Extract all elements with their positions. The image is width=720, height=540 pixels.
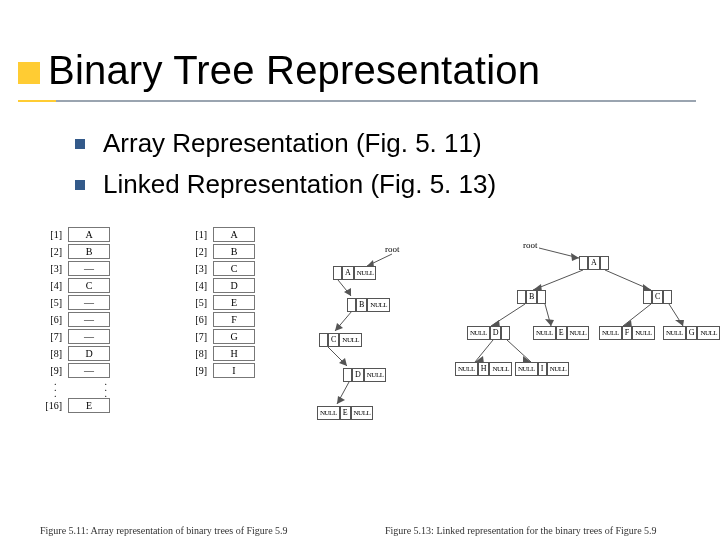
array-index: [1]	[185, 229, 213, 240]
array-cell: H	[213, 346, 255, 361]
node-right-null: NULL	[697, 326, 720, 340]
array-index: [3]	[40, 263, 68, 274]
title-accent	[18, 62, 40, 84]
linked-node: A NULL	[333, 266, 376, 280]
array-index: [4]	[185, 280, 213, 291]
linked-node: NULL E NULL	[533, 326, 589, 340]
node-right-null: NULL	[351, 406, 374, 420]
node-left-null: NULL	[663, 326, 686, 340]
slide-title: Binary Tree Representation	[48, 48, 540, 93]
array-index: [9]	[185, 365, 213, 376]
array-cell: D	[213, 278, 255, 293]
array-row: [5]E	[185, 294, 255, 311]
array-cell: D	[68, 346, 110, 361]
array-cell: F	[213, 312, 255, 327]
array-index: [6]	[40, 314, 68, 325]
linked-node: D NULL	[343, 368, 386, 382]
array-cell: —	[68, 295, 110, 310]
array-index: [5]	[40, 297, 68, 308]
node-value: A	[342, 266, 354, 280]
node-value: B	[356, 298, 367, 312]
array-index: [9]	[40, 365, 68, 376]
array-index: [3]	[185, 263, 213, 274]
linked-node: NULL D	[467, 326, 510, 340]
node-value: A	[588, 256, 600, 270]
array-table-right: [1]A[2]B[3]C[4]D[5]E[6]F[7]G[8]H[9]I	[185, 226, 255, 379]
svg-line-26	[507, 340, 531, 362]
node-value: F	[622, 326, 632, 340]
array-index: [1]	[40, 229, 68, 240]
node-left-ptr	[343, 368, 352, 382]
array-cell: B	[213, 244, 255, 259]
svg-marker-5	[335, 323, 343, 331]
array-cell: I	[213, 363, 255, 378]
node-value: E	[556, 326, 567, 340]
node-value: E	[340, 406, 351, 420]
node-right-null: NULL	[364, 368, 387, 382]
array-cell: —	[68, 261, 110, 276]
array-row: [2]B	[40, 243, 110, 260]
node-left-null: NULL	[599, 326, 622, 340]
svg-line-24	[475, 340, 493, 362]
array-cell: A	[213, 227, 255, 242]
svg-marker-11	[571, 253, 579, 261]
svg-marker-19	[545, 319, 554, 326]
array-cell: —	[68, 329, 110, 344]
array-ellipsis: ...	[40, 379, 57, 397]
array-row: [3]—	[40, 260, 110, 277]
node-value: G	[686, 326, 698, 340]
array-index: [8]	[185, 348, 213, 359]
array-row: [16]E	[40, 397, 110, 414]
bullet-text: Array Representation (Fig. 5. 11)	[103, 128, 482, 159]
node-left-null: NULL	[467, 326, 490, 340]
node-left-ptr	[319, 333, 328, 347]
array-row: [6]—	[40, 311, 110, 328]
array-index: [5]	[185, 297, 213, 308]
node-value: H	[478, 362, 490, 376]
linked-node: B	[517, 290, 546, 304]
array-row: [2]B	[185, 243, 255, 260]
node-right-null: NULL	[367, 298, 390, 312]
node-value: I	[538, 362, 547, 376]
linked-node: A	[579, 256, 609, 270]
node-left-ptr	[347, 298, 356, 312]
bullet-icon	[75, 139, 85, 149]
array-index: [8]	[40, 348, 68, 359]
array-row: [6]F	[185, 311, 255, 328]
node-left-ptr	[579, 256, 588, 270]
title-underline	[18, 100, 696, 102]
array-index: [4]	[40, 280, 68, 291]
array-row: [1]A	[40, 226, 110, 243]
array-cell: —	[68, 312, 110, 327]
node-right-null: NULL	[547, 362, 570, 376]
bullet-text: Linked Representation (Fig. 5. 13)	[103, 169, 496, 200]
linked-node: B NULL	[347, 298, 390, 312]
array-cell: E	[213, 295, 255, 310]
node-right-null: NULL	[632, 326, 655, 340]
linked-node: NULL H NULL	[455, 362, 512, 376]
node-left-null: NULL	[533, 326, 556, 340]
node-right-null: NULL	[339, 333, 362, 347]
array-row: [7]—	[40, 328, 110, 345]
node-value: B	[526, 290, 537, 304]
array-index: [7]	[185, 331, 213, 342]
bullet-icon	[75, 180, 85, 190]
linked-node: NULL F NULL	[599, 326, 655, 340]
array-row: [8]H	[185, 345, 255, 362]
node-value: C	[652, 290, 663, 304]
array-row: [5]—	[40, 294, 110, 311]
array-index: [2]	[185, 246, 213, 257]
array-index: [2]	[40, 246, 68, 257]
linked-node: NULL I NULL	[515, 362, 569, 376]
array-row: [9]I	[185, 362, 255, 379]
figure-caption-left: Figure 5.11: Array representation of bin…	[40, 525, 288, 536]
array-cell: C	[68, 278, 110, 293]
array-index: [7]	[40, 331, 68, 342]
node-right-ptr	[501, 326, 510, 340]
figure-caption-right: Figure 5.13: Linked representation for t…	[385, 525, 657, 536]
linked-node: C NULL	[319, 333, 362, 347]
bullet-list: Array Representation (Fig. 5. 11) Linked…	[75, 128, 496, 210]
array-table-left: [1]A[2]B[3]—[4]C[5]—[6]—[7]—[8]D[9]—....…	[40, 226, 110, 414]
linked-node: C	[643, 290, 672, 304]
node-left-ptr	[643, 290, 652, 304]
